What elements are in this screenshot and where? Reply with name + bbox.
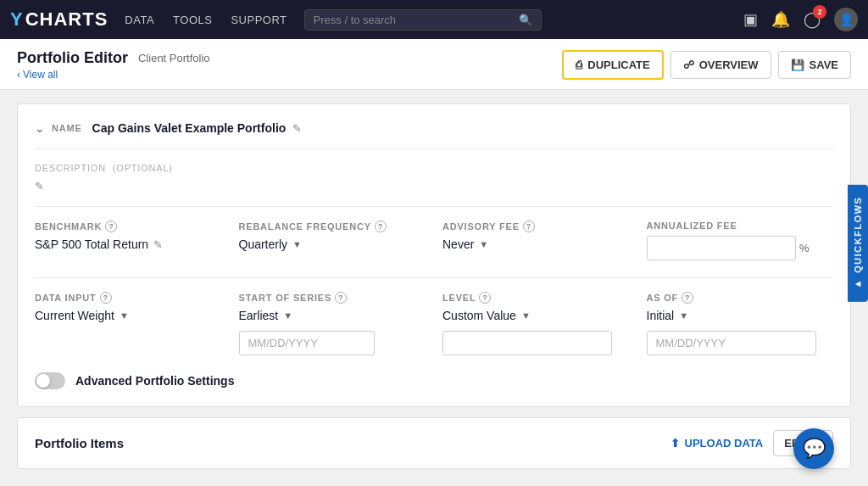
- portfolio-name-value: Cap Gains Valet Example Portfolio: [92, 121, 287, 135]
- view-all-link[interactable]: ‹ View all: [17, 69, 210, 89]
- advanced-toggle[interactable]: [35, 372, 65, 389]
- level-value-row[interactable]: Custom Value ▼: [442, 309, 630, 322]
- alert-icon[interactable]: ◯ 2: [804, 10, 821, 29]
- quickflows-tab[interactable]: ► QUICKFLOWS: [848, 185, 868, 302]
- description-optional: (Optional): [113, 163, 173, 173]
- nav-support[interactable]: SUPPORT: [231, 14, 287, 26]
- page-header: Portfolio Editor Client Portfolio ‹ View…: [0, 39, 868, 90]
- annualized-suffix: %: [799, 242, 810, 254]
- rebalance-help-icon[interactable]: ?: [375, 221, 387, 232]
- as-of-field: AS OF ? Initial ▼: [647, 292, 834, 355]
- portfolio-settings-card: ⌄ NAME Cap Gains Valet Example Portfolio…: [17, 103, 851, 407]
- description-edit-icon[interactable]: ✎: [35, 180, 44, 193]
- level-label: LEVEL ?: [442, 292, 630, 304]
- duplicate-label: DUPLICATE: [587, 59, 649, 71]
- advanced-label: Advanced Portfolio Settings: [75, 374, 234, 388]
- logo-y: Y: [10, 8, 24, 31]
- annualized-label: ANNUALIZED FEE: [647, 221, 834, 231]
- nav-tools[interactable]: TOOLS: [173, 14, 212, 26]
- overview-button[interactable]: ☍ OVERVIEW: [670, 51, 771, 79]
- page-header-left: Portfolio Editor Client Portfolio ‹ View…: [17, 49, 210, 89]
- chevron-left-icon: ‹: [17, 69, 20, 81]
- start-series-field: START OF SERIES ? Earliest ▼: [239, 292, 426, 355]
- rebalance-dropdown-arrow: ▼: [292, 239, 302, 249]
- advisory-value-row[interactable]: Never ▼: [442, 237, 630, 251]
- data-input-help-icon[interactable]: ?: [100, 292, 112, 304]
- fields-row-1: BENCHMARK ? S&P 500 Total Return ✎ REBAL…: [35, 221, 833, 260]
- benchmark-value-row: S&P 500 Total Return ✎: [35, 237, 222, 251]
- main-content: ⌄ NAME Cap Gains Valet Example Portfolio…: [0, 90, 868, 483]
- description-label: DESCRIPTION (Optional): [35, 163, 833, 173]
- data-input-dropdown-arrow: ▼: [120, 310, 129, 321]
- rebalance-field: REBALANCE FREQUENCY ? Quarterly ▼: [239, 221, 426, 260]
- portfolio-items-label: Portfolio Items: [35, 436, 124, 450]
- level-input[interactable]: 10000: [442, 331, 612, 355]
- rebalance-value: Quarterly: [239, 237, 288, 251]
- upload-label: UPLOAD DATA: [685, 437, 764, 450]
- search-icon: 🔍: [519, 14, 532, 26]
- logo[interactable]: Y CHARTS: [10, 8, 108, 31]
- data-input-label: DATA INPUT ?: [35, 292, 222, 304]
- toggle-knob: [36, 374, 50, 388]
- data-input-value: Current Weight: [35, 309, 114, 322]
- level-field: LEVEL ? Custom Value ▼ 10000: [442, 292, 630, 355]
- divider-2: [35, 206, 833, 207]
- duplicate-button[interactable]: ⎙ DUPLICATE: [562, 50, 663, 80]
- notification-icon[interactable]: 🔔: [771, 10, 790, 29]
- as-of-value: Initial: [647, 309, 675, 322]
- top-navigation: Y CHARTS DATA TOOLS SUPPORT 🔍 ▣ 🔔 ◯ 2 👤: [0, 0, 868, 39]
- message-icon[interactable]: ▣: [743, 10, 758, 29]
- alert-badge: 2: [813, 5, 826, 19]
- annualized-input[interactable]: [647, 236, 796, 260]
- nav-icons: ▣ 🔔 ◯ 2 👤: [743, 8, 858, 31]
- start-series-label: START OF SERIES ?: [239, 292, 426, 304]
- benchmark-value: S&P 500 Total Return: [35, 237, 148, 251]
- benchmark-edit-icon[interactable]: ✎: [153, 238, 163, 251]
- start-series-value-row[interactable]: Earliest ▼: [239, 309, 426, 322]
- collapse-button[interactable]: ⌄: [35, 121, 45, 135]
- advisory-label: ADVISORY FEE ?: [442, 221, 630, 232]
- duplicate-icon: ⎙: [576, 59, 582, 71]
- avatar[interactable]: 👤: [834, 8, 858, 31]
- annualized-field: ANNUALIZED FEE %: [647, 221, 834, 260]
- page-title: Portfolio Editor: [17, 49, 128, 67]
- advanced-row: Advanced Portfolio Settings: [35, 372, 833, 389]
- advisory-help-icon[interactable]: ?: [523, 221, 535, 232]
- overview-icon: ☍: [683, 59, 694, 71]
- upload-data-button[interactable]: ⬆ UPLOAD DATA: [670, 437, 764, 450]
- start-date-input[interactable]: [239, 331, 375, 355]
- upload-icon: ⬆: [670, 437, 680, 450]
- level-dropdown-arrow: ▼: [521, 310, 531, 321]
- rebalance-value-row[interactable]: Quarterly ▼: [239, 237, 426, 251]
- description-section: DESCRIPTION (Optional) ✎: [35, 163, 833, 193]
- data-input-value-row[interactable]: Current Weight ▼: [35, 309, 222, 322]
- name-label: NAME: [52, 123, 82, 133]
- start-dropdown-arrow: ▼: [283, 310, 292, 321]
- name-row: ⌄ NAME Cap Gains Valet Example Portfolio…: [35, 121, 833, 135]
- save-button[interactable]: 💾 SAVE: [778, 51, 851, 79]
- portfolio-footer: Portfolio Items ⬆ UPLOAD DATA EDIT IT: [17, 417, 851, 469]
- benchmark-help-icon[interactable]: ?: [105, 221, 117, 232]
- logo-charts: CHARTS: [25, 8, 108, 31]
- as-of-label: AS OF ?: [647, 292, 834, 304]
- benchmark-field: BENCHMARK ? S&P 500 Total Return ✎: [35, 221, 222, 260]
- start-series-value: Earliest: [239, 309, 279, 322]
- as-of-help-icon[interactable]: ?: [682, 292, 693, 304]
- level-value: Custom Value: [442, 309, 516, 322]
- advisory-field: ADVISORY FEE ? Never ▼: [442, 221, 630, 260]
- save-icon: 💾: [791, 59, 804, 71]
- name-edit-icon[interactable]: ✎: [292, 122, 302, 135]
- chat-button[interactable]: 💬: [793, 428, 834, 469]
- start-help-icon[interactable]: ?: [335, 292, 347, 304]
- level-help-icon[interactable]: ?: [479, 292, 491, 304]
- save-label: SAVE: [810, 59, 838, 71]
- as-of-value-row[interactable]: Initial ▼: [647, 309, 834, 322]
- nav-data[interactable]: DATA: [125, 14, 154, 26]
- page-subtitle: Client Portfolio: [138, 52, 210, 64]
- search-input[interactable]: [314, 14, 512, 26]
- search-bar[interactable]: 🔍: [304, 9, 542, 31]
- divider-3: [35, 277, 833, 278]
- as-of-date-input[interactable]: [647, 331, 816, 355]
- quickflows-arrow-icon: ►: [853, 278, 863, 290]
- page-header-actions: ⎙ DUPLICATE ☍ OVERVIEW 💾 SAVE: [562, 50, 851, 88]
